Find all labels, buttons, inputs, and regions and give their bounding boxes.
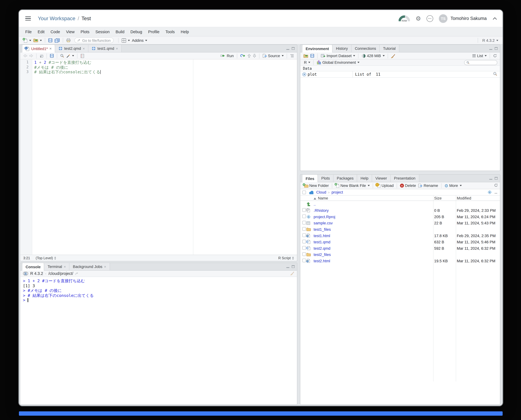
new-folder-button[interactable]: New Folder: [303, 184, 329, 188]
minimize-pane-icon[interactable]: [489, 47, 492, 50]
import-dataset-button[interactable]: Import Dataset: [321, 54, 355, 58]
column-modified[interactable]: Modified: [455, 196, 500, 200]
save-all-button[interactable]: [54, 38, 60, 43]
menu-session[interactable]: Session: [92, 29, 113, 34]
rerun-button[interactable]: [240, 54, 245, 57]
tab-test2-qmd[interactable]: test2.qmd: [55, 45, 88, 52]
run-button[interactable]: Run: [220, 54, 234, 58]
breadcrumb-cloud-link[interactable]: Cloud: [316, 190, 326, 194]
breadcrumb-workspace-link[interactable]: Your Workspace: [38, 15, 76, 22]
goto-file-search[interactable]: [75, 38, 114, 43]
scope-selector[interactable]: (Top Level): [36, 256, 56, 260]
menu-view[interactable]: View: [63, 29, 77, 34]
minimize-pane-icon[interactable]: [489, 177, 492, 180]
avatar[interactable]: TS: [439, 14, 447, 23]
inspect-object-icon[interactable]: [493, 72, 497, 76]
refresh-button[interactable]: [493, 54, 497, 58]
memory-usage-button[interactable]: 428 MiB: [361, 54, 384, 58]
back-button[interactable]: [23, 54, 27, 57]
r-project-icon[interactable]: [487, 190, 492, 195]
clear-console-icon[interactable]: [290, 271, 294, 275]
open-file-button[interactable]: [33, 38, 42, 43]
file-row[interactable]: test1.html 17.8 KBFeb 29, 2024, 2:35 PM: [300, 232, 500, 239]
console-output[interactable]: > 1 + 2 #コードを直接打ち込む [1] 3 > #メモは # の後に >…: [20, 277, 297, 305]
goto-directory-icon[interactable]: [75, 272, 78, 275]
goto-file-input[interactable]: [82, 38, 111, 42]
chevron-up-icon[interactable]: [492, 17, 497, 20]
environment-selector[interactable]: Global Environment: [317, 60, 360, 65]
file-row[interactable]: .Rhistory 0 BFeb 29, 2024, 2:33 PM: [300, 207, 500, 214]
column-name[interactable]: Name: [314, 196, 433, 200]
row-checkbox[interactable]: [302, 214, 306, 218]
document-outline-button[interactable]: [290, 54, 294, 57]
menu-plots[interactable]: Plots: [77, 29, 92, 34]
row-checkbox[interactable]: [302, 240, 306, 243]
tab-background-jobs[interactable]: Background Jobs: [69, 263, 110, 270]
save-button[interactable]: [48, 38, 53, 43]
close-icon[interactable]: [64, 265, 66, 268]
file-row[interactable]: sample.csv 22 BMar 11, 2024, 5:43 PM: [300, 220, 500, 226]
more-button[interactable]: More: [444, 183, 461, 188]
close-icon[interactable]: [116, 47, 118, 50]
row-checkbox[interactable]: [302, 227, 306, 231]
tab-untitled1[interactable]: Untitled1*: [22, 45, 55, 52]
row-checkbox[interactable]: [302, 252, 306, 256]
column-size[interactable]: Size: [433, 196, 455, 200]
menu-tools[interactable]: Tools: [162, 29, 178, 34]
menu-file[interactable]: File: [22, 29, 35, 34]
r-version-button[interactable]: R 4.3.2: [482, 38, 498, 42]
tab-presentation[interactable]: Presentation: [391, 175, 419, 182]
forward-button[interactable]: [29, 54, 33, 57]
run-next-button[interactable]: [253, 54, 256, 58]
code-tools-button[interactable]: [66, 54, 74, 58]
environment-search[interactable]: [464, 60, 497, 65]
new-blank-file-button[interactable]: New Blank File: [335, 183, 370, 188]
tab-viewer[interactable]: Viewer: [372, 175, 391, 182]
menu-profile[interactable]: Profile: [145, 29, 162, 34]
clear-environment-button[interactable]: [391, 54, 395, 58]
maximize-pane-icon[interactable]: [495, 177, 498, 180]
tab-terminal[interactable]: Terminal: [44, 263, 69, 270]
find-button[interactable]: [60, 54, 64, 58]
file-row[interactable]: test2.qmd 592 BMar 11, 2024, 6:32 PM: [300, 245, 500, 251]
file-row[interactable]: project.Rproj 205 BMar 11, 2024, 6:24 PM: [300, 213, 500, 220]
menu-code[interactable]: Code: [47, 29, 63, 34]
source-button[interactable]: Source: [262, 54, 284, 58]
save-workspace-button[interactable]: [310, 54, 314, 58]
menu-edit[interactable]: Edit: [35, 29, 47, 34]
row-checkbox[interactable]: [302, 208, 306, 212]
menu-build[interactable]: Build: [113, 29, 127, 34]
close-icon[interactable]: [83, 47, 85, 50]
file-type-selector[interactable]: R Script: [278, 256, 294, 260]
run-previous-button[interactable]: [247, 54, 251, 58]
maximize-pane-icon[interactable]: [495, 47, 498, 50]
tab-help[interactable]: Help: [357, 175, 372, 182]
breadcrumb-project-link[interactable]: project: [331, 190, 343, 194]
tab-files[interactable]: Files: [302, 175, 318, 182]
addins-button[interactable]: Addins: [132, 38, 147, 42]
menu-debug[interactable]: Debug: [128, 29, 145, 34]
environment-object-row[interactable]: plot List of 11: [300, 71, 500, 78]
file-row[interactable]: test2.html 19.5 KBMar 11, 2024, 6:32 PM: [300, 258, 500, 264]
working-directory[interactable]: /cloud/project/: [48, 271, 73, 276]
hamburger-menu-icon[interactable]: [25, 16, 31, 21]
tab-packages[interactable]: Packages: [333, 175, 357, 182]
row-checkbox[interactable]: [302, 259, 306, 262]
select-all-checkbox[interactable]: [302, 190, 306, 194]
tab-history[interactable]: History: [333, 45, 352, 52]
row-checkbox[interactable]: [302, 233, 306, 237]
tab-connections[interactable]: Connections: [352, 45, 380, 52]
delete-button[interactable]: Delete: [400, 184, 416, 188]
refresh-icon[interactable]: [494, 183, 498, 187]
row-checkbox[interactable]: [302, 246, 306, 250]
tab-tutorial[interactable]: Tutorial: [380, 45, 399, 52]
gear-icon[interactable]: [416, 15, 421, 22]
list-view-button[interactable]: List: [472, 54, 487, 58]
maximize-pane-icon[interactable]: [292, 265, 295, 268]
tab-plots[interactable]: Plots: [318, 175, 333, 182]
new-file-button[interactable]: [23, 38, 31, 43]
environment-search-input[interactable]: [471, 60, 495, 64]
rename-button[interactable]: Rename: [418, 184, 438, 188]
row-checkbox[interactable]: [302, 221, 306, 224]
path-overflow-button[interactable]: ...: [495, 190, 497, 194]
